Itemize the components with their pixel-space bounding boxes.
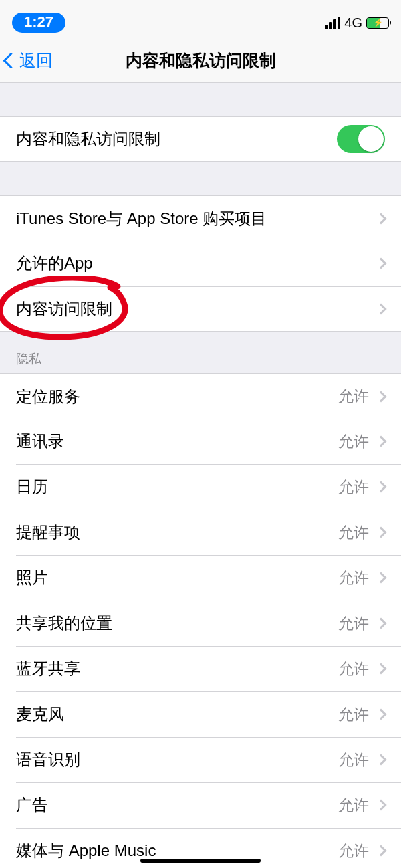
chevron-right-icon <box>376 845 387 857</box>
row-label: iTunes Store与 App Store 购买项目 <box>16 208 267 229</box>
nav-row-content-restrictions[interactable]: 内容访问限制 <box>0 286 401 332</box>
row-value: 允许 <box>338 750 369 770</box>
nav-row-contacts[interactable]: 通讯录 允许 <box>0 419 401 464</box>
nav-row-speech-recognition[interactable]: 语音识别 允许 <box>0 737 401 782</box>
nav-row-reminders[interactable]: 提醒事项 允许 <box>0 510 401 555</box>
content-privacy-toggle-row[interactable]: 内容和隐私访问限制 <box>0 116 401 162</box>
nav-row-microphone[interactable]: 麦克风 允许 <box>0 691 401 737</box>
toggle-label: 内容和隐私访问限制 <box>16 128 160 150</box>
row-value: 允许 <box>338 795 369 816</box>
network-type-label: 4G <box>344 15 362 31</box>
page-title: 内容和隐私访问限制 <box>126 49 276 72</box>
chevron-right-icon <box>376 258 387 269</box>
row-label: 通讯录 <box>16 431 64 452</box>
nav-row-share-my-location[interactable]: 共享我的位置 允许 <box>0 601 401 646</box>
back-button[interactable]: 返回 <box>5 39 53 82</box>
row-label: 语音识别 <box>16 749 80 770</box>
chevron-right-icon <box>376 303 387 314</box>
row-label: 广告 <box>16 794 48 816</box>
status-right-cluster: 4G ⚡ <box>325 15 389 31</box>
nav-row-photos[interactable]: 照片 允许 <box>0 555 401 601</box>
row-label: 共享我的位置 <box>16 613 112 634</box>
nav-row-location-services[interactable]: 定位服务 允许 <box>0 373 401 419</box>
chevron-left-icon <box>3 52 19 68</box>
row-label: 媒体与 Apple Music <box>16 840 156 861</box>
back-label: 返回 <box>19 49 53 72</box>
status-time: 1:27 <box>12 13 65 33</box>
chevron-right-icon <box>376 481 387 493</box>
chevron-right-icon <box>376 618 387 629</box>
row-value: 允许 <box>338 477 369 498</box>
nav-row-itunes-appstore[interactable]: iTunes Store与 App Store 购买项目 <box>0 195 401 241</box>
nav-row-bluetooth-sharing[interactable]: 蓝牙共享 允许 <box>0 646 401 691</box>
row-label: 麦克风 <box>16 703 64 725</box>
chevron-right-icon <box>376 213 387 224</box>
row-label: 日历 <box>16 476 48 498</box>
nav-row-calendar[interactable]: 日历 允许 <box>0 464 401 510</box>
row-label: 内容访问限制 <box>16 298 112 320</box>
battery-icon: ⚡ <box>366 17 389 29</box>
chevron-right-icon <box>376 572 387 584</box>
status-bar: 1:27 4G ⚡ <box>0 0 401 39</box>
row-value: 允许 <box>338 522 369 543</box>
row-value: 允许 <box>338 704 369 725</box>
chevron-right-icon <box>376 663 387 675</box>
toggle-switch[interactable] <box>337 125 385 153</box>
signal-strength-icon <box>325 17 340 29</box>
chevron-right-icon <box>376 527 387 538</box>
nav-row-allowed-apps[interactable]: 允许的App <box>0 241 401 286</box>
row-label: 照片 <box>16 567 48 588</box>
row-value: 允许 <box>338 659 369 679</box>
chevron-right-icon <box>376 709 387 720</box>
home-indicator <box>140 859 261 863</box>
row-label: 定位服务 <box>16 386 80 407</box>
nav-row-advertising[interactable]: 广告 允许 <box>0 782 401 828</box>
row-value: 允许 <box>338 431 369 452</box>
row-value: 允许 <box>338 386 369 407</box>
nav-bar: 返回 内容和隐私访问限制 <box>0 39 401 83</box>
row-label: 允许的App <box>16 253 93 274</box>
row-label: 提醒事项 <box>16 522 80 543</box>
toggle-knob <box>358 126 384 152</box>
row-value: 允许 <box>338 568 369 588</box>
chevron-right-icon <box>376 391 387 402</box>
row-value: 允许 <box>338 841 369 861</box>
section-header-privacy: 隐私 <box>0 332 401 373</box>
row-label: 蓝牙共享 <box>16 658 80 679</box>
row-value: 允许 <box>338 613 369 634</box>
chevron-right-icon <box>376 436 387 447</box>
chevron-right-icon <box>376 754 387 766</box>
chevron-right-icon <box>376 800 387 811</box>
